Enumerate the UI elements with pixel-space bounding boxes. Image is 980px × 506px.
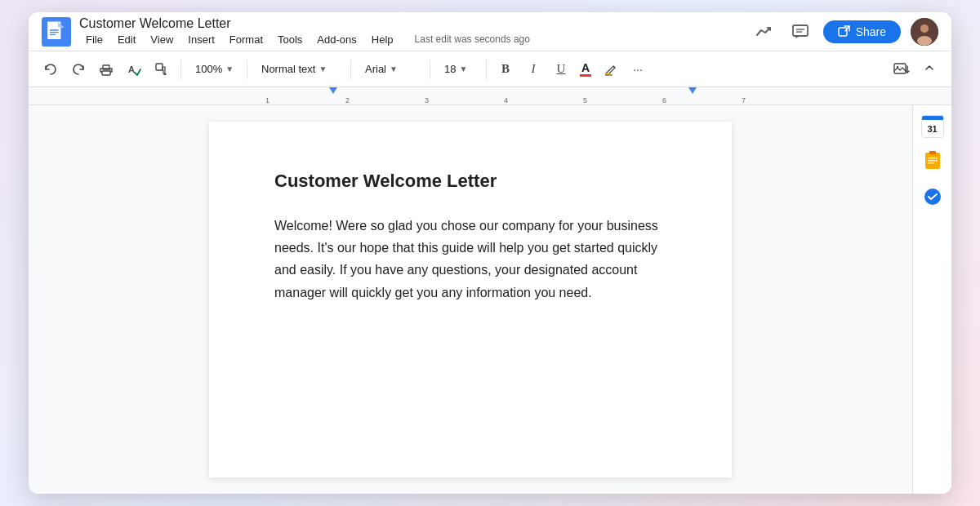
avatar[interactable] — [911, 18, 938, 46]
calendar-icon[interactable]: 31 — [921, 115, 944, 138]
calendar-number: 31 — [927, 124, 937, 134]
svg-text:A: A — [128, 64, 135, 74]
menu-format[interactable]: Format — [223, 32, 270, 47]
comments-icon[interactable] — [787, 19, 813, 45]
style-value: Normal text — [261, 63, 315, 75]
analytics-icon[interactable] — [751, 19, 777, 45]
svg-rect-5 — [793, 25, 808, 36]
main-content: Customer Welcome Letter Welcome! Were so… — [29, 105, 951, 494]
svg-rect-2 — [50, 29, 59, 30]
share-button[interactable]: Share — [823, 20, 901, 43]
document-page: Customer Welcome Letter Welcome! Were so… — [209, 122, 732, 477]
svg-point-13 — [920, 24, 929, 33]
toolbar-divider-2 — [247, 60, 247, 79]
menu-bar: File Edit View Insert Format Tools Add-o… — [79, 32, 751, 47]
title-section: Customer Welcome Letter File Edit View I… — [79, 16, 751, 47]
document-body: Welcome! Were so glad you chose our comp… — [274, 215, 666, 304]
font-color-button[interactable]: A — [577, 60, 595, 78]
zoom-chevron: ▼ — [225, 64, 234, 73]
toolbar-divider-5 — [486, 60, 487, 79]
keep-icon[interactable] — [920, 148, 946, 174]
svg-rect-19 — [164, 73, 167, 75]
svg-point-23 — [897, 65, 898, 67]
menu-edit[interactable]: Edit — [111, 32, 142, 47]
document-heading: Customer Welcome Letter — [274, 171, 666, 192]
share-label: Share — [856, 25, 886, 38]
undo-button[interactable] — [38, 57, 63, 82]
svg-rect-4 — [50, 33, 56, 34]
ruler: 1 2 3 4 5 6 7 — [29, 87, 951, 105]
doc-title[interactable]: Customer Welcome Letter — [79, 16, 751, 31]
right-sidebar: 31 — [912, 105, 951, 494]
toolbar-divider-3 — [350, 60, 351, 79]
font-select[interactable]: Arial ▼ — [358, 59, 423, 79]
highlight-button[interactable] — [598, 57, 622, 82]
style-chevron: ▼ — [318, 64, 327, 73]
ruler-inner: 1 2 3 4 5 6 7 — [208, 87, 951, 104]
font-value: Arial — [365, 63, 386, 75]
svg-rect-26 — [929, 151, 936, 154]
image-options-button[interactable] — [889, 57, 914, 82]
svg-rect-14 — [102, 71, 110, 75]
paint-format-button[interactable] — [149, 57, 174, 82]
tasks-icon[interactable] — [920, 184, 946, 210]
menu-view[interactable]: View — [144, 32, 180, 47]
zoom-value: 100% — [195, 63, 222, 75]
svg-rect-27 — [928, 158, 938, 159]
tab-stop — [329, 87, 337, 94]
app-window: Customer Welcome Letter File Edit View I… — [29, 12, 951, 494]
menu-help[interactable]: Help — [365, 32, 400, 47]
editor-area[interactable]: Customer Welcome Letter Welcome! Were so… — [29, 105, 912, 494]
underline-button[interactable]: U — [549, 57, 573, 82]
menu-addons[interactable]: Add-ons — [310, 32, 363, 47]
svg-rect-3 — [50, 32, 59, 33]
menu-file[interactable]: File — [79, 32, 109, 47]
toolbar-divider-1 — [180, 60, 181, 79]
italic-button[interactable]: I — [521, 57, 546, 82]
svg-rect-28 — [928, 160, 938, 162]
redo-button[interactable] — [66, 57, 91, 82]
svg-rect-18 — [156, 64, 163, 70]
font-size-select[interactable]: 18 ▼ — [437, 59, 479, 79]
style-select[interactable]: Normal text ▼ — [254, 59, 344, 79]
last-edit-status: Last edit was seconds ago — [415, 33, 530, 45]
menu-tools[interactable]: Tools — [271, 32, 309, 47]
spellcheck-button[interactable]: A — [122, 57, 146, 82]
svg-rect-29 — [928, 162, 934, 164]
font-color-bar — [580, 74, 591, 77]
font-size-value: 18 — [444, 63, 456, 75]
doc-icon — [42, 17, 71, 47]
tab-stop-2 — [688, 87, 697, 94]
zoom-select[interactable]: 100% ▼ — [188, 59, 240, 79]
svg-point-16 — [109, 69, 111, 71]
print-button[interactable] — [94, 57, 118, 82]
title-bar-right: Share — [751, 18, 938, 46]
svg-rect-8 — [839, 28, 847, 36]
more-options-button[interactable]: ··· — [626, 57, 650, 82]
font-chevron: ▼ — [390, 64, 398, 73]
expand-button[interactable] — [917, 57, 942, 82]
title-bar: Customer Welcome Letter File Edit View I… — [29, 12, 951, 51]
svg-rect-22 — [894, 64, 906, 73]
svg-point-12 — [917, 36, 932, 46]
toolbar-divider-4 — [430, 60, 430, 79]
size-chevron: ▼ — [459, 64, 467, 73]
menu-insert[interactable]: Insert — [181, 32, 221, 47]
toolbar: A 100% ▼ Normal text ▼ Arial — [29, 51, 951, 87]
bold-button[interactable]: B — [493, 57, 518, 82]
